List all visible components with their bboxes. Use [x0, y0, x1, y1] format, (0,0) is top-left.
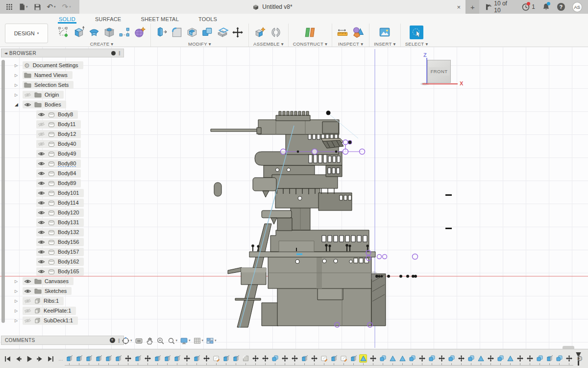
- timeline-feature-combine-icon[interactable]: [536, 355, 543, 362]
- expand-collapsed-icon[interactable]: ▷: [15, 83, 23, 87]
- timeline-feature-extrude-icon[interactable]: [164, 355, 171, 362]
- visibility-eye-icon[interactable]: [38, 220, 45, 225]
- combine-icon[interactable]: [201, 26, 214, 39]
- extensions-button[interactable]: 10 of 10: [485, 0, 515, 14]
- browser-item-body40[interactable]: Body40: [1, 139, 124, 149]
- playback-step-forward-button[interactable]: [36, 355, 44, 363]
- browser-item-canvases[interactable]: ▷Canvases: [1, 276, 124, 286]
- visibility-eye-icon[interactable]: [38, 269, 45, 274]
- timeline-feature-mirror-icon[interactable]: [399, 355, 406, 362]
- timeline-feature-move-icon[interactable]: [369, 355, 376, 362]
- timeline-feature-move-icon[interactable]: [311, 355, 318, 362]
- create-form-icon[interactable]: [133, 26, 146, 39]
- timeline-feature-fillet-icon[interactable]: [242, 355, 249, 362]
- close-tab-icon[interactable]: ×: [457, 3, 461, 11]
- timeline-feature-combine-icon[interactable]: [379, 355, 386, 362]
- grid-settings-caret-icon[interactable]: ▾: [202, 339, 204, 342]
- visibility-eye-icon[interactable]: [38, 190, 45, 196]
- offset-face-icon[interactable]: [216, 26, 229, 39]
- tab-sheet-metal[interactable]: SHEET METAL: [140, 16, 180, 24]
- expand-collapsed-icon[interactable]: ▷: [15, 73, 23, 78]
- timeline-feature-sketch-icon[interactable]: [320, 355, 327, 362]
- visibility-eye-icon[interactable]: [38, 230, 45, 235]
- redo-button[interactable]: ↷ ▾: [62, 4, 71, 10]
- browser-item-body8[interactable]: Body8: [1, 109, 124, 119]
- timeline-feature-combine-icon[interactable]: [428, 355, 435, 362]
- viewports-caret-icon[interactable]: ▾: [215, 339, 217, 342]
- browser-item-body120[interactable]: Body120: [1, 208, 124, 217]
- timeline-feature-extrude-icon[interactable]: [301, 355, 308, 362]
- browser-item-body101[interactable]: Body101: [1, 188, 124, 198]
- browser-grip-icon[interactable]: ∥: [119, 51, 121, 55]
- visibility-eye-icon[interactable]: [38, 249, 45, 255]
- playback-skip-end-button[interactable]: [47, 355, 54, 363]
- timeline-feature-move-icon[interactable]: [526, 355, 533, 362]
- browser-item-named-views[interactable]: ▷Named Views: [1, 70, 124, 80]
- tab-tools[interactable]: TOOLS: [197, 16, 218, 24]
- browser-item-bodies[interactable]: ◢Bodies: [1, 100, 124, 109]
- timeline-feature-extrude-icon[interactable]: [222, 355, 229, 362]
- expand-collapsed-icon[interactable]: ▷: [15, 289, 23, 293]
- timeline-feature-move-icon[interactable]: [183, 355, 190, 362]
- browser-item-selection-sets[interactable]: ▷Selection Sets: [1, 80, 124, 90]
- timeline-feature-combine-icon[interactable]: [448, 355, 455, 362]
- timeline-feature-move-icon[interactable]: [124, 355, 131, 362]
- look-at-icon[interactable]: [135, 337, 143, 345]
- viewports-icon[interactable]: ▾: [206, 337, 217, 345]
- browser-item-ribs-1[interactable]: ▷Ribs:1: [1, 296, 124, 306]
- add-comment-icon[interactable]: +: [110, 338, 115, 343]
- visibility-eye-off-icon[interactable]: [24, 308, 31, 314]
- visibility-eye-icon[interactable]: [38, 151, 45, 157]
- viewcube-front-face[interactable]: FRONT: [427, 60, 451, 83]
- model-viewport[interactable]: Z FRONT X ◂◂ BROWSER ∥ ▷⚙Document Settin…: [0, 47, 588, 349]
- expand-collapsed-icon[interactable]: ▷: [15, 309, 23, 313]
- timeline-feature-sketch-icon[interactable]: [213, 355, 220, 362]
- pattern-icon[interactable]: [118, 26, 131, 39]
- browser-item-keelplate-1[interactable]: ▷KeelPlate:1: [1, 306, 124, 315]
- browser-item-document-settings[interactable]: ▷⚙Document Settings: [1, 60, 124, 70]
- visibility-eye-off-icon[interactable]: [38, 141, 45, 147]
- visibility-eye-icon[interactable]: [38, 259, 45, 264]
- browser-item-body162[interactable]: Body162: [1, 257, 124, 266]
- browser-item-body89[interactable]: Body89: [1, 178, 124, 188]
- document-tab[interactable]: Untitled v8* ×: [79, 0, 466, 14]
- expand-collapsed-icon[interactable]: ▷: [15, 279, 23, 284]
- browser-item-origin[interactable]: ▷Origin: [1, 90, 124, 100]
- new-file-button[interactable]: ▾: [19, 3, 28, 10]
- tab-surface[interactable]: SURFACE: [94, 16, 122, 24]
- shell-icon[interactable]: [186, 26, 198, 39]
- timeline-feature-extrude-icon[interactable]: [75, 355, 82, 362]
- save-button[interactable]: [34, 4, 41, 10]
- visibility-eye-icon[interactable]: [24, 289, 31, 294]
- view-cube[interactable]: Z FRONT X: [422, 53, 465, 88]
- workspace-switcher-button[interactable]: DESIGN ▾: [5, 24, 48, 43]
- insert-image-icon[interactable]: [378, 26, 391, 39]
- browser-header[interactable]: ◂◂ BROWSER ∥: [1, 49, 124, 57]
- timeline-feature-move-icon[interactable]: [291, 355, 298, 362]
- browser-item-body165[interactable]: Body165: [1, 266, 124, 276]
- timeline-feature-move-icon[interactable]: [418, 355, 425, 362]
- timeline-feature-extrude-icon[interactable]: [546, 355, 553, 362]
- browser-item-body49[interactable]: Body49: [1, 149, 124, 158]
- timeline-feature-move-icon[interactable]: [458, 355, 465, 362]
- create-group-label[interactable]: CREATE▾: [90, 41, 114, 47]
- timeline-settings-gear-icon[interactable]: ⚙: [577, 354, 583, 363]
- visibility-eye-icon[interactable]: [38, 181, 45, 186]
- press-pull-icon[interactable]: [155, 26, 168, 39]
- timeline-feature-extrude-icon[interactable]: [330, 355, 337, 362]
- timeline-feature-move-icon[interactable]: [144, 355, 151, 362]
- browser-scrollbar[interactable]: [1, 60, 5, 323]
- visibility-eye-icon[interactable]: [38, 210, 45, 215]
- display-settings-caret-icon[interactable]: ▾: [189, 339, 191, 342]
- timeline-feature-combine-icon[interactable]: [467, 355, 474, 362]
- timeline-feature-extrude-icon[interactable]: [105, 355, 112, 362]
- visibility-eye-off-icon[interactable]: [24, 92, 31, 98]
- timeline-feature-extrude-icon[interactable]: [85, 355, 92, 362]
- timeline-feature-extrude-icon[interactable]: [350, 355, 357, 362]
- undo-button[interactable]: ↶ ▾: [47, 4, 56, 10]
- grid-settings-icon[interactable]: ▾: [193, 337, 204, 345]
- timeline-feature-extrude-icon[interactable]: [134, 355, 141, 362]
- playback-play-button[interactable]: [25, 355, 33, 363]
- timeline-feature-extrude-icon[interactable]: [193, 355, 200, 362]
- extrude-icon[interactable]: [73, 26, 85, 39]
